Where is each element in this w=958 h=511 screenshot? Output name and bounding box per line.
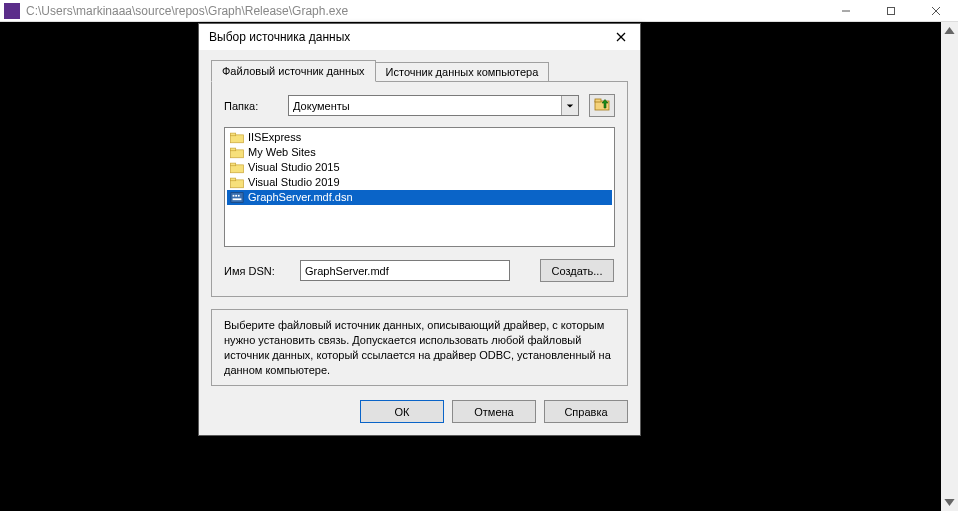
dialog-body: Файловый источник данных Источник данных… xyxy=(199,50,640,435)
svg-rect-11 xyxy=(230,148,235,151)
svg-rect-16 xyxy=(231,193,243,203)
dsn-name-row: Имя DSN: Создать... xyxy=(224,259,615,282)
svg-rect-19 xyxy=(233,195,235,197)
dialog-title: Выбор источника данных xyxy=(209,30,608,44)
folder-icon xyxy=(229,176,245,190)
folder-icon xyxy=(229,161,245,175)
file-name: IISExpress xyxy=(248,130,301,145)
file-name: Visual Studio 2019 xyxy=(248,175,340,190)
file-list[interactable]: IISExpressMy Web SitesVisual Studio 2015… xyxy=(224,127,615,247)
folder-icon xyxy=(229,146,245,160)
svg-rect-17 xyxy=(235,195,237,197)
app-icon xyxy=(4,3,20,19)
scroll-down-icon[interactable] xyxy=(941,494,958,511)
list-item[interactable]: Visual Studio 2015 xyxy=(227,160,612,175)
app-titlebar: C:\Users\markinaaa\source\repos\Graph\Re… xyxy=(0,0,958,22)
ok-button[interactable]: ОК xyxy=(360,400,444,423)
minimize-button[interactable] xyxy=(823,0,868,21)
dialog-buttons: ОК Отмена Справка xyxy=(211,400,628,423)
list-item[interactable]: My Web Sites xyxy=(227,145,612,160)
window-controls xyxy=(823,0,958,21)
chevron-down-icon[interactable] xyxy=(561,96,578,115)
svg-rect-15 xyxy=(230,178,235,181)
folder-combobox[interactable]: Документы xyxy=(288,95,579,116)
help-button[interactable]: Справка xyxy=(544,400,628,423)
folder-up-button[interactable] xyxy=(589,94,615,117)
folder-row: Папка: Документы xyxy=(224,94,615,117)
vertical-scrollbar[interactable] xyxy=(941,22,958,511)
folder-icon xyxy=(229,131,245,145)
folder-value: Документы xyxy=(293,100,561,112)
create-dsn-button[interactable]: Создать... xyxy=(540,259,614,282)
tab-panel-file-dsn: Папка: Документы xyxy=(211,81,628,297)
svg-rect-1 xyxy=(887,7,894,14)
file-name: Visual Studio 2015 xyxy=(248,160,340,175)
tab-file-dsn[interactable]: Файловый источник данных xyxy=(211,60,376,82)
app-title: C:\Users\markinaaa\source\repos\Graph\Re… xyxy=(26,4,823,18)
svg-rect-7 xyxy=(595,99,601,102)
dsn-name-label: Имя DSN: xyxy=(224,265,300,277)
tab-machine-dsn[interactable]: Источник данных компьютера xyxy=(375,62,550,82)
dialog-close-button[interactable] xyxy=(608,27,634,47)
maximize-button[interactable] xyxy=(868,0,913,21)
svg-rect-9 xyxy=(230,133,235,136)
tabstrip: Файловый источник данных Источник данных… xyxy=(211,60,628,82)
svg-rect-18 xyxy=(238,195,240,197)
cancel-button[interactable]: Отмена xyxy=(452,400,536,423)
svg-rect-20 xyxy=(233,198,242,200)
dsn-file-icon xyxy=(229,191,245,205)
list-item[interactable]: GraphServer.mdf.dsn xyxy=(227,190,612,205)
close-button[interactable] xyxy=(913,0,958,21)
scroll-up-icon[interactable] xyxy=(941,22,958,39)
file-name: GraphServer.mdf.dsn xyxy=(248,190,353,205)
file-name: My Web Sites xyxy=(248,145,316,160)
data-source-dialog: Выбор источника данных Файловый источник… xyxy=(198,23,641,436)
svg-rect-13 xyxy=(230,163,235,166)
dialog-titlebar[interactable]: Выбор источника данных xyxy=(199,24,640,50)
folder-label: Папка: xyxy=(224,100,288,112)
folder-up-icon xyxy=(594,96,610,115)
dsn-name-input[interactable] xyxy=(300,260,510,281)
hint-text: Выберите файловый источник данных, описы… xyxy=(211,309,628,386)
list-item[interactable]: IISExpress xyxy=(227,130,612,145)
list-item[interactable]: Visual Studio 2019 xyxy=(227,175,612,190)
